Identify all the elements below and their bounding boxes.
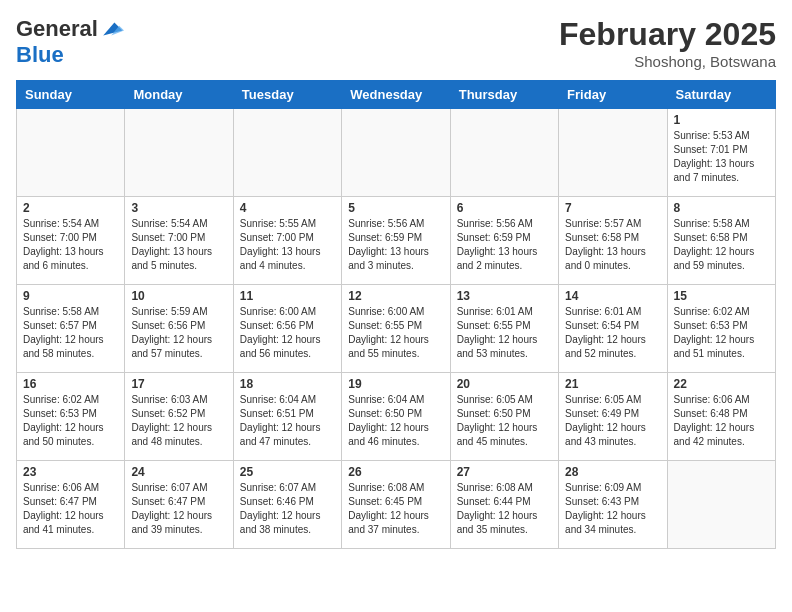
calendar-day-cell: 23Sunrise: 6:06 AM Sunset: 6:47 PM Dayli…	[17, 461, 125, 549]
day-number: 17	[131, 377, 226, 391]
day-number: 21	[565, 377, 660, 391]
day-number: 27	[457, 465, 552, 479]
day-info: Sunrise: 6:08 AM Sunset: 6:44 PM Dayligh…	[457, 481, 552, 537]
day-info: Sunrise: 6:07 AM Sunset: 6:46 PM Dayligh…	[240, 481, 335, 537]
weekday-header: Friday	[559, 81, 667, 109]
day-info: Sunrise: 6:04 AM Sunset: 6:51 PM Dayligh…	[240, 393, 335, 449]
calendar-day-cell: 2Sunrise: 5:54 AM Sunset: 7:00 PM Daylig…	[17, 197, 125, 285]
page-header: General Blue February 2025 Shoshong, Bot…	[16, 16, 776, 70]
calendar-day-cell: 27Sunrise: 6:08 AM Sunset: 6:44 PM Dayli…	[450, 461, 558, 549]
calendar-day-cell: 24Sunrise: 6:07 AM Sunset: 6:47 PM Dayli…	[125, 461, 233, 549]
calendar-table: SundayMondayTuesdayWednesdayThursdayFrid…	[16, 80, 776, 549]
day-number: 16	[23, 377, 118, 391]
day-number: 22	[674, 377, 769, 391]
calendar-day-cell	[125, 109, 233, 197]
day-number: 12	[348, 289, 443, 303]
calendar-day-cell: 14Sunrise: 6:01 AM Sunset: 6:54 PM Dayli…	[559, 285, 667, 373]
day-info: Sunrise: 5:56 AM Sunset: 6:59 PM Dayligh…	[348, 217, 443, 273]
day-number: 13	[457, 289, 552, 303]
day-info: Sunrise: 5:54 AM Sunset: 7:00 PM Dayligh…	[131, 217, 226, 273]
calendar-day-cell: 11Sunrise: 6:00 AM Sunset: 6:56 PM Dayli…	[233, 285, 341, 373]
calendar-day-cell: 7Sunrise: 5:57 AM Sunset: 6:58 PM Daylig…	[559, 197, 667, 285]
calendar-day-cell: 6Sunrise: 5:56 AM Sunset: 6:59 PM Daylig…	[450, 197, 558, 285]
day-number: 14	[565, 289, 660, 303]
weekday-header: Sunday	[17, 81, 125, 109]
day-number: 3	[131, 201, 226, 215]
day-info: Sunrise: 6:05 AM Sunset: 6:49 PM Dayligh…	[565, 393, 660, 449]
day-info: Sunrise: 5:59 AM Sunset: 6:56 PM Dayligh…	[131, 305, 226, 361]
day-number: 4	[240, 201, 335, 215]
day-info: Sunrise: 6:02 AM Sunset: 6:53 PM Dayligh…	[23, 393, 118, 449]
day-info: Sunrise: 6:03 AM Sunset: 6:52 PM Dayligh…	[131, 393, 226, 449]
month-title: February 2025	[559, 16, 776, 53]
day-info: Sunrise: 5:53 AM Sunset: 7:01 PM Dayligh…	[674, 129, 769, 185]
day-number: 1	[674, 113, 769, 127]
day-number: 15	[674, 289, 769, 303]
day-info: Sunrise: 6:02 AM Sunset: 6:53 PM Dayligh…	[674, 305, 769, 361]
calendar-day-cell: 21Sunrise: 6:05 AM Sunset: 6:49 PM Dayli…	[559, 373, 667, 461]
calendar-day-cell: 4Sunrise: 5:55 AM Sunset: 7:00 PM Daylig…	[233, 197, 341, 285]
day-info: Sunrise: 6:06 AM Sunset: 6:47 PM Dayligh…	[23, 481, 118, 537]
logo-icon	[100, 17, 124, 41]
day-info: Sunrise: 5:55 AM Sunset: 7:00 PM Dayligh…	[240, 217, 335, 273]
day-info: Sunrise: 5:54 AM Sunset: 7:00 PM Dayligh…	[23, 217, 118, 273]
calendar-day-cell: 28Sunrise: 6:09 AM Sunset: 6:43 PM Dayli…	[559, 461, 667, 549]
calendar-day-cell: 18Sunrise: 6:04 AM Sunset: 6:51 PM Dayli…	[233, 373, 341, 461]
weekday-header: Thursday	[450, 81, 558, 109]
calendar-day-cell: 1Sunrise: 5:53 AM Sunset: 7:01 PM Daylig…	[667, 109, 775, 197]
day-info: Sunrise: 5:58 AM Sunset: 6:58 PM Dayligh…	[674, 217, 769, 273]
day-number: 19	[348, 377, 443, 391]
calendar-day-cell	[667, 461, 775, 549]
calendar-day-cell: 26Sunrise: 6:08 AM Sunset: 6:45 PM Dayli…	[342, 461, 450, 549]
day-info: Sunrise: 5:56 AM Sunset: 6:59 PM Dayligh…	[457, 217, 552, 273]
calendar-day-cell: 12Sunrise: 6:00 AM Sunset: 6:55 PM Dayli…	[342, 285, 450, 373]
calendar-week-row: 16Sunrise: 6:02 AM Sunset: 6:53 PM Dayli…	[17, 373, 776, 461]
calendar-week-row: 23Sunrise: 6:06 AM Sunset: 6:47 PM Dayli…	[17, 461, 776, 549]
calendar-day-cell: 13Sunrise: 6:01 AM Sunset: 6:55 PM Dayli…	[450, 285, 558, 373]
calendar-day-cell: 17Sunrise: 6:03 AM Sunset: 6:52 PM Dayli…	[125, 373, 233, 461]
calendar-day-cell: 16Sunrise: 6:02 AM Sunset: 6:53 PM Dayli…	[17, 373, 125, 461]
calendar-day-cell	[17, 109, 125, 197]
calendar-day-cell	[233, 109, 341, 197]
day-info: Sunrise: 6:04 AM Sunset: 6:50 PM Dayligh…	[348, 393, 443, 449]
day-number: 8	[674, 201, 769, 215]
calendar-day-cell: 5Sunrise: 5:56 AM Sunset: 6:59 PM Daylig…	[342, 197, 450, 285]
day-number: 10	[131, 289, 226, 303]
calendar-day-cell: 8Sunrise: 5:58 AM Sunset: 6:58 PM Daylig…	[667, 197, 775, 285]
logo-general: General	[16, 16, 98, 42]
day-number: 18	[240, 377, 335, 391]
day-number: 6	[457, 201, 552, 215]
calendar-day-cell: 20Sunrise: 6:05 AM Sunset: 6:50 PM Dayli…	[450, 373, 558, 461]
day-info: Sunrise: 5:58 AM Sunset: 6:57 PM Dayligh…	[23, 305, 118, 361]
day-number: 26	[348, 465, 443, 479]
day-number: 2	[23, 201, 118, 215]
calendar-day-cell: 10Sunrise: 5:59 AM Sunset: 6:56 PM Dayli…	[125, 285, 233, 373]
day-number: 7	[565, 201, 660, 215]
calendar-day-cell: 19Sunrise: 6:04 AM Sunset: 6:50 PM Dayli…	[342, 373, 450, 461]
calendar-week-row: 1Sunrise: 5:53 AM Sunset: 7:01 PM Daylig…	[17, 109, 776, 197]
weekday-header: Tuesday	[233, 81, 341, 109]
logo-blue: Blue	[16, 42, 64, 68]
weekday-header: Monday	[125, 81, 233, 109]
day-info: Sunrise: 6:06 AM Sunset: 6:48 PM Dayligh…	[674, 393, 769, 449]
calendar-day-cell	[450, 109, 558, 197]
day-number: 5	[348, 201, 443, 215]
calendar-day-cell	[559, 109, 667, 197]
day-info: Sunrise: 6:01 AM Sunset: 6:55 PM Dayligh…	[457, 305, 552, 361]
day-number: 11	[240, 289, 335, 303]
calendar-day-cell: 25Sunrise: 6:07 AM Sunset: 6:46 PM Dayli…	[233, 461, 341, 549]
day-info: Sunrise: 6:05 AM Sunset: 6:50 PM Dayligh…	[457, 393, 552, 449]
day-number: 24	[131, 465, 226, 479]
location: Shoshong, Botswana	[559, 53, 776, 70]
calendar-week-row: 2Sunrise: 5:54 AM Sunset: 7:00 PM Daylig…	[17, 197, 776, 285]
day-number: 28	[565, 465, 660, 479]
day-info: Sunrise: 6:01 AM Sunset: 6:54 PM Dayligh…	[565, 305, 660, 361]
day-number: 9	[23, 289, 118, 303]
calendar-day-cell: 22Sunrise: 6:06 AM Sunset: 6:48 PM Dayli…	[667, 373, 775, 461]
calendar-week-row: 9Sunrise: 5:58 AM Sunset: 6:57 PM Daylig…	[17, 285, 776, 373]
day-info: Sunrise: 6:00 AM Sunset: 6:56 PM Dayligh…	[240, 305, 335, 361]
calendar-header-row: SundayMondayTuesdayWednesdayThursdayFrid…	[17, 81, 776, 109]
calendar-day-cell: 3Sunrise: 5:54 AM Sunset: 7:00 PM Daylig…	[125, 197, 233, 285]
day-number: 25	[240, 465, 335, 479]
day-number: 20	[457, 377, 552, 391]
